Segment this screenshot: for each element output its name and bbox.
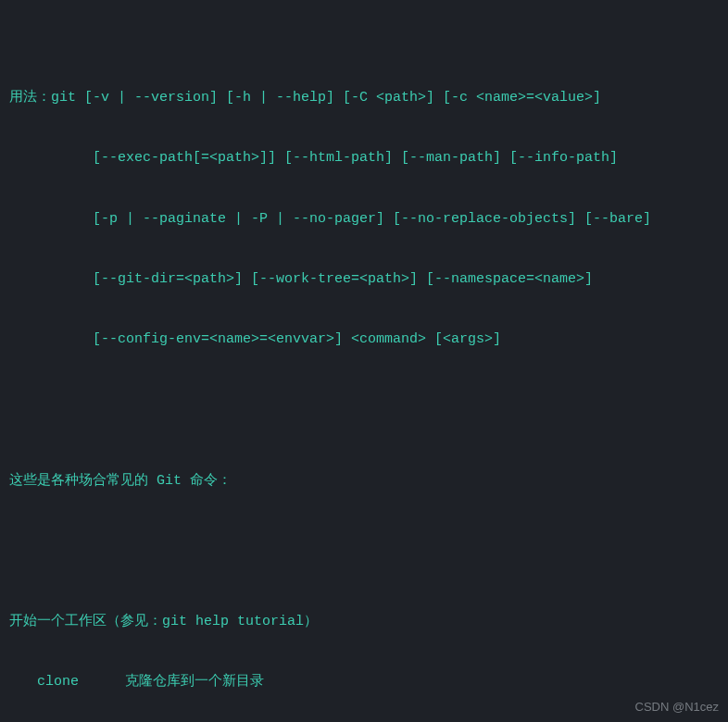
intro-text: 这些是各种场合常见的 Git 命令： (9, 471, 719, 492)
usage-block: 用法：git [-v | --version] [-h | --help] [-… (9, 48, 719, 391)
usage-line: [--exec-path[=<path>]] [--html-path] [--… (9, 148, 719, 168)
usage-line: [-p | --paginate | -P | --no-pager] [--n… (9, 209, 719, 230)
section-workarea: 开始一个工作区（参见：git help tutorial） clone 克隆仓库… (9, 572, 719, 723)
usage-line: [--git-dir=<path>] [--work-tree=<path>] … (9, 269, 719, 290)
terminal-output: 用法：git [-v | --version] [-h | --help] [-… (9, 7, 719, 722)
usage-line: [--config-env=<name>=<envvar>] <command>… (9, 330, 719, 350)
usage-line: 用法：git [-v | --version] [-h | --help] [-… (9, 88, 719, 108)
section-title: 开始一个工作区（参见：git help tutorial） (9, 612, 719, 632)
command-row: clone 克隆仓库到一个新目录 (9, 672, 719, 692)
watermark-text: CSDN @N1cez (635, 699, 720, 716)
command-name: clone (37, 672, 125, 692)
command-desc: 克隆仓库到一个新目录 (125, 672, 719, 692)
